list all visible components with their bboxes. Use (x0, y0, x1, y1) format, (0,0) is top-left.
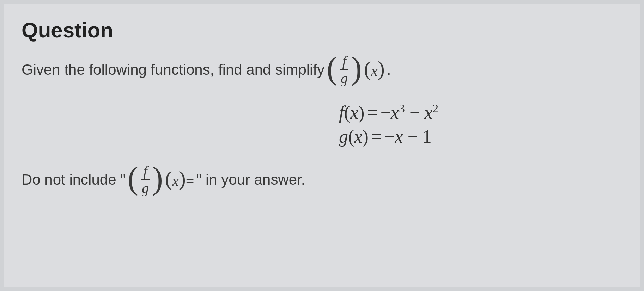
fraction: f g (339, 53, 350, 87)
prompt-text: Given the following functions, find and … (22, 61, 324, 78)
fraction-f-over-g: ( f g ) (327, 53, 362, 87)
fraction-numerator: f (340, 53, 348, 70)
function-definitions: f(x) = −x3 − x2 g(x) = −x − 1 (339, 101, 622, 149)
fraction-f-over-g: ( f g ) (128, 163, 163, 197)
fraction-denominator: g (339, 70, 350, 87)
question-card: Question Given the following functions, … (4, 4, 640, 287)
equals-sign: = (367, 101, 377, 125)
f-definition: f(x) = −x3 − x2 (339, 101, 622, 125)
fraction-denominator: g (140, 180, 151, 197)
open-paren: ( (348, 126, 354, 147)
instruction-suffix: " in your answer. (196, 171, 305, 188)
prompt-line: Given the following functions, find and … (22, 53, 622, 87)
left-paren-icon: ( (128, 166, 138, 191)
minus-sign: − (403, 126, 423, 147)
period: . (387, 61, 391, 78)
question-heading: Question (22, 18, 622, 42)
of-x-equals: (x)= (165, 170, 194, 189)
f-name: f (339, 103, 344, 123)
minus-sign: − (384, 126, 395, 147)
left-paren-icon: ( (327, 56, 337, 81)
right-paren-icon: ) (152, 166, 163, 191)
fraction-numerator: f (141, 163, 150, 180)
close-paren: ) (358, 103, 364, 123)
term-base: x (424, 103, 432, 123)
term: x (395, 126, 403, 147)
of-x: (x) (364, 60, 385, 79)
equals-sign: = (371, 125, 382, 149)
g-definition: g(x) = −x − 1 (339, 125, 622, 149)
fraction: f g (140, 163, 151, 197)
instruction-prefix: Do not include " (22, 171, 126, 188)
term: 1 (423, 126, 432, 147)
g-name: g (339, 126, 348, 147)
variable-x: x (172, 173, 179, 189)
close-paren: ) (362, 126, 368, 147)
term-base: x (391, 103, 399, 123)
open-paren: ( (344, 103, 350, 123)
right-paren-icon: ) (351, 56, 362, 81)
term-exponent: 3 (399, 102, 405, 115)
minus-sign: − (381, 103, 391, 123)
variable-x: x (371, 63, 378, 79)
instruction-line: Do not include " ( f g ) (x)= " in your … (22, 163, 622, 197)
equals-sign: = (186, 173, 194, 189)
term-exponent: 2 (432, 102, 438, 115)
g-arg: x (354, 126, 362, 147)
minus-sign: − (405, 103, 424, 123)
f-arg: x (350, 103, 358, 123)
